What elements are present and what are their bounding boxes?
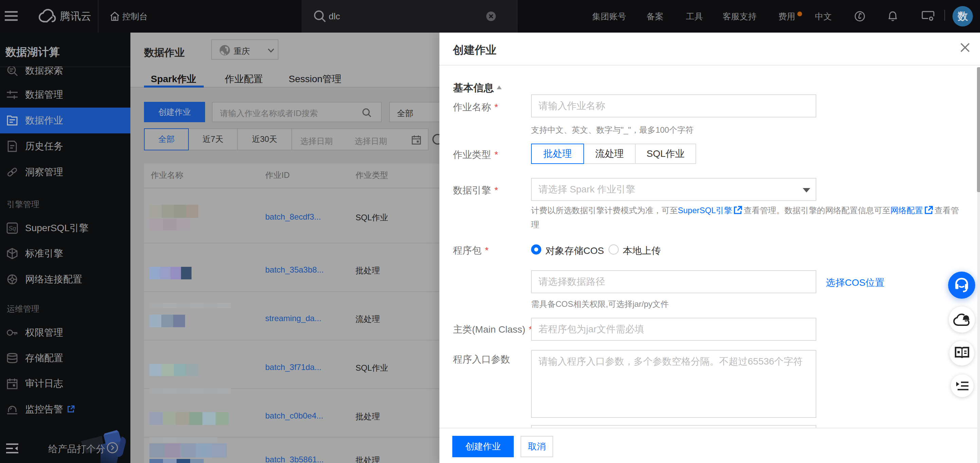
svg-text:Sq: Sq xyxy=(8,225,16,232)
